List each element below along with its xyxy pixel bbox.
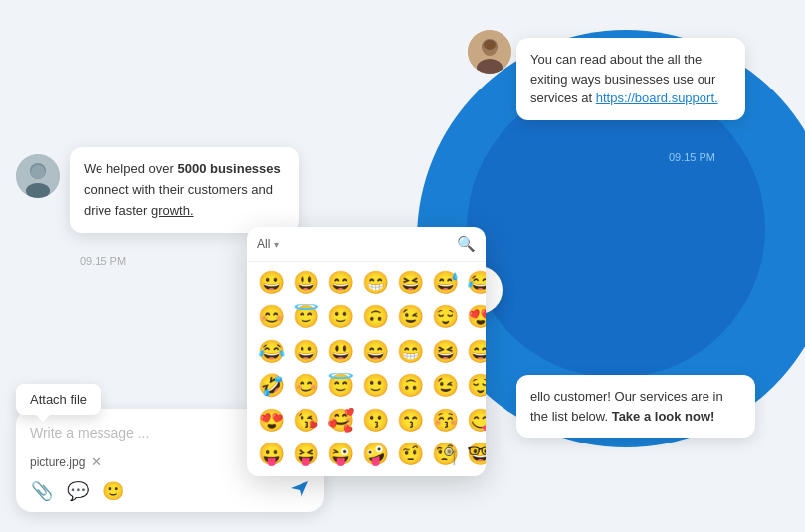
emoji-item[interactable]: 😇	[324, 370, 357, 402]
emoji-item[interactable]: 😌	[464, 370, 486, 402]
emoji-item[interactable]: 😃	[290, 267, 322, 299]
bubble-bottom-right-bold: Take a look now!	[612, 409, 715, 424]
bubble-bottom-right: ello customer! Our services are in the l…	[516, 375, 755, 438]
avatar-left	[16, 154, 60, 198]
emoji-item[interactable]: 🙃	[394, 370, 427, 402]
emoji-item[interactable]: 😉	[394, 301, 427, 333]
bubble-left-bold: 5000 businesses	[177, 161, 280, 176]
emoji-item[interactable]: 😘	[290, 405, 322, 437]
bubble-left-underline: growth.	[151, 203, 194, 218]
emoji-filter[interactable]: All ▾	[257, 237, 279, 251]
emoji-item[interactable]: 🤪	[359, 439, 392, 470]
emoji-item[interactable]: 😍	[464, 301, 486, 333]
emoji-item[interactable]: 😅	[429, 267, 462, 299]
emoji-item[interactable]: 😀	[255, 267, 288, 299]
remove-attachment-button[interactable]: ✕	[91, 454, 101, 469]
bubble-left-text-before: We helped over	[84, 161, 177, 176]
emoji-search-icon[interactable]: 🔍	[457, 235, 476, 253]
bubble-top-right: You can read about the all the exiting w…	[516, 38, 745, 120]
emoji-item[interactable]: 😝	[290, 439, 322, 470]
emoji-item[interactable]: 😙	[394, 405, 427, 437]
emoji-item[interactable]: 😛	[255, 439, 288, 470]
emoji-item[interactable]: 🧐	[429, 439, 462, 470]
svg-point-4	[484, 40, 496, 50]
emoji-item[interactable]: 😀	[290, 336, 322, 368]
emoji-item[interactable]: 😄	[324, 267, 357, 299]
emoji-item[interactable]: 😊	[290, 370, 322, 402]
emoji-item[interactable]: 😗	[359, 405, 392, 437]
emoji-item[interactable]: 😄	[359, 336, 392, 368]
bg-circle-small	[467, 80, 765, 378]
emoji-item[interactable]: 😋	[464, 405, 486, 437]
attached-filename: picture.jpg	[30, 455, 85, 469]
emoji-grid: 😀😃😄😁😆😅😂😊😇🙂🙃😉😌😍😂😀😃😄😁😆😅🤣😊😇🙂🙃😉😌😍😘🥰😗😙😚😋😛😝😜🤪🤨…	[247, 262, 486, 476]
emoji-item[interactable]: 😆	[394, 267, 427, 299]
emoji-item[interactable]: 😍	[255, 405, 288, 437]
emoji-item[interactable]: 😌	[429, 301, 462, 333]
svg-point-8	[31, 165, 45, 179]
chat-bubble-icon[interactable]: 💬	[66, 479, 90, 503]
attach-tooltip-label: Attach file	[30, 392, 87, 407]
emoji-item[interactable]: 😁	[359, 267, 392, 299]
bubble-top-right-link[interactable]: https://board.support.	[596, 90, 718, 105]
emoji-item[interactable]: 😇	[290, 301, 322, 333]
emoji-item[interactable]: 🤨	[394, 439, 427, 470]
emoji-item[interactable]: 🤓	[464, 439, 486, 470]
bubble-left: We helped over 5000 businesses connect w…	[70, 147, 299, 233]
emoji-item[interactable]: 😊	[255, 301, 288, 333]
send-button[interactable]	[289, 477, 310, 504]
emoji-picker: All ▾ 🔍 😀😃😄😁😆😅😂😊😇🙂🙃😉😌😍😂😀😃😄😁😆😅🤣😊😇🙂🙃😉😌😍😘🥰😗…	[247, 227, 486, 476]
emoji-item[interactable]: 🥰	[324, 405, 357, 437]
emoji-item[interactable]: 😉	[429, 370, 462, 402]
emoji-item[interactable]: 😅	[464, 336, 486, 368]
timestamp-left: 09.15 PM	[80, 255, 126, 266]
timestamp-top-right: 09.15 PM	[669, 151, 715, 163]
emoji-item[interactable]: 😂	[464, 267, 486, 299]
emoji-item[interactable]: 😃	[324, 336, 357, 368]
emoji-item[interactable]: 😜	[324, 439, 357, 470]
emoji-item[interactable]: 🙂	[359, 370, 392, 402]
emoji-item[interactable]: 🙃	[359, 301, 392, 333]
emoji-item[interactable]: 😚	[429, 405, 462, 437]
paperclip-icon[interactable]: 📎	[30, 479, 54, 503]
emoji-item[interactable]: 🤣	[255, 370, 288, 402]
input-actions: 📎 💬 🙂	[30, 477, 310, 504]
emoji-filter-label: All	[257, 237, 270, 251]
emoji-icon[interactable]: 🙂	[101, 479, 125, 503]
emoji-picker-header: All ▾ 🔍	[247, 227, 486, 262]
attach-tooltip: Attach file	[16, 384, 101, 415]
emoji-filter-chevron-icon: ▾	[274, 239, 279, 250]
emoji-item[interactable]: 🙂	[324, 301, 357, 333]
emoji-item[interactable]: 😁	[394, 336, 427, 368]
emoji-item[interactable]: 😆	[429, 336, 462, 368]
emoji-item[interactable]: 😂	[255, 336, 288, 368]
avatar-top-right	[468, 30, 511, 74]
